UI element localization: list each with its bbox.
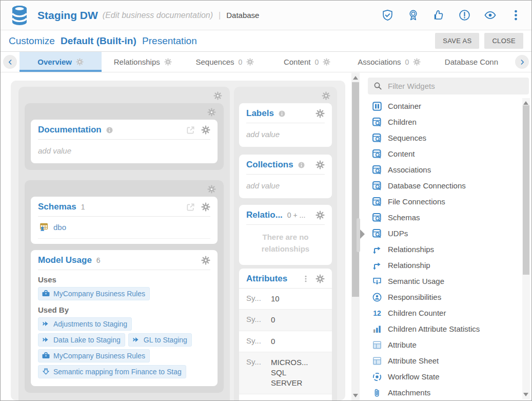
scroll-down-arrow[interactable] (523, 393, 528, 396)
widget-item-attribute[interactable]: Attribute (368, 337, 519, 353)
widget-gear-icon[interactable] (316, 274, 325, 283)
widget-gear-icon[interactable] (201, 256, 210, 265)
widget-item-label: Container (388, 102, 421, 110)
widget-item-associations[interactable]: Associations (368, 162, 519, 178)
container-gear-icon[interactable] (322, 91, 330, 100)
shield-check-icon[interactable] (381, 9, 394, 22)
filter-widgets-box (368, 78, 529, 94)
info-icon (278, 110, 286, 118)
widget-item-udps[interactable]: UDPs (368, 225, 519, 241)
bar-chart-icon (372, 324, 382, 334)
widget-item-file-connections[interactable]: File Connections (368, 194, 519, 209)
tab-associations[interactable]: Associations 0 (348, 52, 430, 72)
model-chip[interactable]: MyCompany Business Rules (38, 287, 150, 300)
widget-gear-icon[interactable] (201, 202, 210, 212)
model-chip[interactable]: MyCompany Business Rules (38, 349, 150, 362)
widget-item-label: Semantic Usage (388, 277, 444, 285)
widget-gear-icon[interactable] (316, 160, 325, 169)
filter-widgets-input[interactable] (387, 81, 523, 91)
scroll-up-arrow[interactable] (523, 101, 528, 105)
panel-splitter[interactable] (360, 73, 366, 400)
close-button[interactable]: CLOSE (484, 33, 523, 49)
widget-item-relationship[interactable]: Relationship (368, 257, 519, 273)
widget-item-semantic-usage[interactable]: Semantic Usage (368, 273, 519, 289)
widget-item-relationships[interactable]: Relationships (368, 241, 519, 257)
tab-gear-icon[interactable] (76, 58, 84, 66)
external-link-icon[interactable] (186, 202, 195, 212)
alert-circle-icon[interactable] (458, 9, 471, 22)
container-gear-icon[interactable] (213, 91, 222, 100)
add-value-placeholder[interactable]: add value (246, 175, 325, 193)
tab-gear-icon[interactable] (413, 58, 421, 66)
widget-count: 0 + ... (287, 211, 305, 219)
widget-item-children[interactable]: Children (368, 114, 519, 130)
schema-icon (39, 222, 49, 232)
title-divider: | (219, 11, 221, 20)
container-gear-icon[interactable] (207, 108, 216, 117)
tab-gear-icon[interactable] (323, 58, 330, 66)
tab-content[interactable]: Content 0 (266, 52, 348, 72)
tab-gear-icon[interactable] (246, 58, 254, 66)
scrollbar-thumb[interactable] (352, 82, 359, 297)
widget-item-sequences[interactable]: Sequences (368, 130, 519, 146)
widget-item-children-attribute-statistics[interactable]: Children Attribute Statistics (368, 321, 519, 337)
kebab-menu-icon[interactable] (302, 275, 310, 283)
widget-item-schemas[interactable]: Schemas (368, 209, 519, 225)
uses-heading: Uses (38, 275, 210, 284)
database-logo-icon (10, 5, 29, 26)
tabs-scroll-right-button[interactable] (515, 55, 529, 69)
tabs-scroll-left-button[interactable] (3, 55, 17, 69)
sidebar-scrollbar[interactable] (522, 98, 530, 399)
widget-item-attribute-sheet[interactable]: Attribute Sheet (368, 353, 519, 369)
model-chip[interactable]: Data Lake to Staging (38, 333, 125, 347)
presentation-tabs: Overview Relationships Sequences 0 Conte… (1, 52, 531, 72)
widget-item-content[interactable]: Content (368, 146, 519, 162)
add-value-placeholder[interactable]: add value (246, 123, 325, 142)
customize-title-prefix: Customize (9, 35, 55, 46)
widget-item-database-connections[interactable]: Database Connections (368, 178, 519, 194)
collapse-panel-arrow[interactable] (360, 230, 365, 239)
model-chip[interactable]: Semantic mapping from Finance to Stag (38, 365, 186, 378)
container-toolbar (239, 88, 332, 103)
thumbs-up-icon[interactable] (432, 9, 445, 22)
widget-item-label: Children Counter (388, 309, 446, 317)
add-value-placeholder[interactable]: add value (38, 140, 210, 158)
model-usage-widget: Model Usage 6 Uses MyCompany Business Ru… (31, 250, 218, 386)
widget-gear-icon[interactable] (316, 109, 325, 118)
scroll-down-arrow[interactable] (353, 394, 358, 397)
widget-item-label: Associations (388, 165, 431, 174)
chip-row: MyCompany Business Rules (38, 349, 210, 362)
tab-relationships[interactable]: Relationships (102, 52, 184, 72)
relationship-arrows-icon (372, 244, 382, 255)
scroll-up-arrow[interactable] (353, 76, 358, 80)
save-as-button[interactable]: SAVE AS (435, 33, 479, 49)
widget-item-container[interactable]: Container (368, 98, 519, 114)
scrollbar-thumb[interactable] (523, 105, 529, 275)
widget-gear-icon[interactable] (201, 125, 210, 135)
award-icon[interactable] (407, 9, 420, 22)
kebab-menu-icon[interactable] (509, 9, 522, 22)
eye-icon[interactable] (484, 9, 497, 22)
widget-item-children-counter[interactable]: 12 Children Counter (368, 305, 519, 321)
tab-sequences[interactable]: Sequences 0 (184, 52, 266, 72)
widget-item-label: Content (388, 149, 415, 158)
tab-gear-icon[interactable] (164, 58, 172, 66)
external-link-icon[interactable] (186, 125, 195, 135)
widget-item-label: Relationship (388, 261, 430, 270)
info-icon (106, 126, 113, 134)
app-window: Staging DW (Edit business documentation)… (0, 0, 532, 401)
widget-gear-icon[interactable] (316, 211, 325, 220)
schema-list-item[interactable]: dbo (38, 217, 210, 239)
widget-item-attachments[interactable]: Attachments (368, 385, 519, 400)
container-gear-icon[interactable] (207, 185, 216, 194)
model-chip[interactable]: GL to Staging (128, 333, 192, 347)
search-icon (373, 82, 382, 90)
tab-overview[interactable]: Overview (19, 52, 102, 72)
tab-database-connections[interactable]: Database Conn (430, 52, 513, 72)
widget-title: Collections (246, 160, 293, 170)
attribute-name: Sy... (246, 336, 271, 347)
widget-item-workflow-state[interactable]: Workflow State (368, 369, 519, 385)
widget-item-responsibilities[interactable]: Responsibilities (368, 289, 519, 305)
model-chip[interactable]: Adjustments to Staging (38, 317, 132, 331)
widget-header: Model Usage 6 (38, 255, 210, 270)
